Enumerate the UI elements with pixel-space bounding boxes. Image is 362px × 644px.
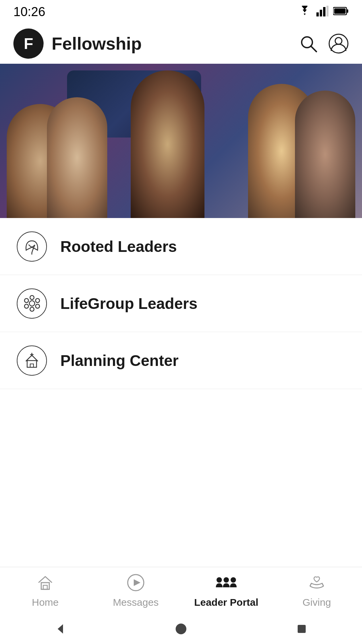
svg-rect-2	[323, 7, 325, 16]
status-bar: 10:26	[0, 0, 362, 23]
svg-rect-6	[334, 8, 346, 14]
menu-item-lifegroup-leaders[interactable]: LifeGroup Leaders	[0, 275, 362, 332]
svg-marker-26	[134, 579, 140, 586]
app-header: F Fellowship	[0, 23, 362, 64]
circles-icon	[17, 288, 47, 319]
svg-marker-30	[58, 624, 63, 634]
svg-rect-32	[298, 625, 306, 633]
app-logo-letter: F	[24, 35, 33, 53]
nav-label-messages: Messages	[113, 597, 159, 608]
bottom-nav: Home Messages Leader Portal	[0, 567, 362, 614]
app-title: Fellowship	[52, 34, 142, 54]
battery-icon	[333, 7, 349, 17]
svg-point-13	[30, 296, 34, 300]
svg-point-14	[36, 299, 40, 303]
play-icon	[126, 573, 145, 593]
nav-label-giving: Giving	[302, 597, 331, 608]
svg-rect-23	[41, 583, 49, 589]
app-logo: F	[13, 29, 44, 59]
menu-item-rooted-leaders[interactable]: Rooted Leaders	[0, 218, 362, 275]
wifi-icon	[298, 6, 312, 18]
hero-person-5	[295, 91, 355, 218]
hero-image	[0, 64, 362, 218]
svg-point-17	[24, 304, 28, 308]
status-icons	[298, 6, 349, 18]
nav-item-messages[interactable]: Messages	[90, 573, 181, 608]
svg-point-16	[30, 307, 34, 311]
svg-rect-3	[326, 6, 328, 16]
svg-rect-1	[320, 10, 322, 16]
svg-line-8	[311, 46, 316, 52]
nav-label-home: Home	[32, 597, 59, 608]
svg-point-28	[224, 577, 229, 583]
android-nav	[0, 614, 362, 644]
nav-item-home[interactable]: Home	[0, 573, 90, 608]
app-header-right	[298, 34, 349, 54]
leader-portal-icon	[215, 573, 237, 593]
svg-rect-0	[316, 12, 319, 16]
nav-item-leader-portal[interactable]: Leader Portal	[181, 573, 272, 608]
status-time: 10:26	[13, 5, 45, 19]
home-icon	[36, 573, 55, 593]
svg-point-18	[24, 299, 28, 303]
menu-label-rooted-leaders: Rooted Leaders	[60, 237, 177, 256]
menu-item-planning-center[interactable]: Planning Center	[0, 332, 362, 389]
nav-label-leader-portal: Leader Portal	[194, 597, 258, 608]
svg-rect-5	[347, 9, 348, 13]
church-icon	[17, 345, 47, 376]
svg-point-31	[176, 624, 186, 634]
leaf-icon	[17, 231, 47, 262]
svg-point-15	[36, 304, 40, 308]
svg-point-9	[329, 34, 348, 53]
search-icon[interactable]	[298, 34, 318, 54]
home-button[interactable]	[173, 621, 189, 637]
hero-person-3	[131, 70, 204, 218]
svg-point-10	[335, 38, 342, 44]
svg-point-27	[217, 577, 222, 583]
app-header-left: F Fellowship	[13, 29, 142, 59]
back-button[interactable]	[52, 621, 69, 637]
menu-label-planning-center: Planning Center	[60, 352, 179, 370]
menu-list: Rooted Leaders LifeGroup Leaders	[0, 218, 362, 389]
giving-icon	[307, 573, 326, 593]
svg-rect-22	[30, 364, 34, 367]
svg-rect-24	[43, 585, 47, 589]
nav-item-giving[interactable]: Giving	[272, 573, 362, 608]
signal-icon	[316, 6, 328, 18]
hero-person-2	[47, 97, 107, 218]
profile-icon[interactable]	[328, 34, 349, 54]
svg-point-29	[231, 577, 236, 583]
menu-label-lifegroup-leaders: LifeGroup Leaders	[60, 294, 197, 313]
recents-button[interactable]	[293, 621, 310, 637]
svg-point-12	[29, 301, 35, 306]
